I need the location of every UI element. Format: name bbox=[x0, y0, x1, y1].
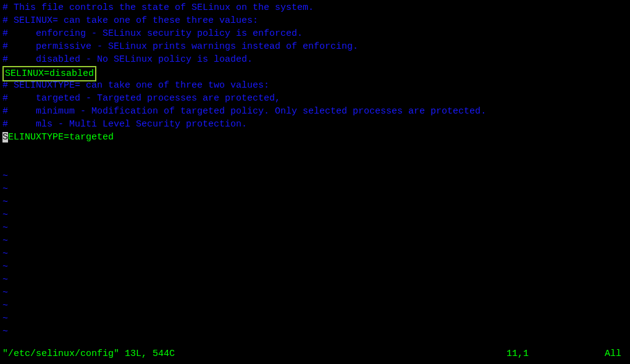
tilde-line: ~ bbox=[2, 260, 628, 273]
status-filename: "/etc/selinux/config" 13L, 544C bbox=[2, 347, 175, 360]
tilde-line: ~ bbox=[2, 221, 628, 234]
tilde-line: ~ bbox=[2, 273, 628, 286]
tilde-line: ~ bbox=[2, 209, 628, 221]
comment-line: # mls - Multi Level Security protection. bbox=[2, 118, 628, 131]
status-view-indicator: All bbox=[605, 347, 621, 360]
tilde-line: ~ bbox=[2, 234, 628, 247]
comment-line: # SELINUXTYPE= can take one of three two… bbox=[2, 79, 628, 92]
tilde-line: ~ bbox=[2, 312, 628, 325]
comment-line: # disabled - No SELinux policy is loaded… bbox=[2, 53, 628, 66]
comment-line: # permissive - SELinux prints warnings i… bbox=[2, 40, 628, 53]
cursor: S bbox=[2, 132, 8, 143]
comment-line: # minimum - Modification of targeted pol… bbox=[2, 105, 628, 118]
tilde-line: ~ bbox=[2, 196, 628, 209]
comment-line: # enforcing - SELinux security policy is… bbox=[2, 27, 628, 40]
comment-line: # This file controls the state of SELinu… bbox=[2, 1, 628, 14]
tilde-line: ~ bbox=[2, 325, 628, 338]
comment-line: # SELINUX= can take one of these three v… bbox=[2, 14, 628, 27]
tilde-line: ~ bbox=[2, 247, 628, 260]
config-text: ELINUXTYPE=targeted bbox=[8, 132, 114, 143]
config-line-selinux: SELINUX=disabled bbox=[2, 66, 628, 79]
vim-status-bar: "/etc/selinux/config" 13L, 544C 11,1 All bbox=[2, 347, 628, 360]
empty-line bbox=[2, 157, 628, 170]
status-cursor-position: 11,1 bbox=[506, 347, 529, 360]
empty-line bbox=[2, 144, 628, 157]
tilde-line: ~ bbox=[2, 170, 628, 183]
config-line-selinuxtype[interactable]: SELINUXTYPE=targeted bbox=[2, 131, 628, 144]
tilde-line: ~ bbox=[2, 299, 628, 312]
comment-line: # targeted - Targeted processes are prot… bbox=[2, 92, 628, 105]
tilde-line: ~ bbox=[2, 183, 628, 196]
tilde-line: ~ bbox=[2, 286, 628, 299]
